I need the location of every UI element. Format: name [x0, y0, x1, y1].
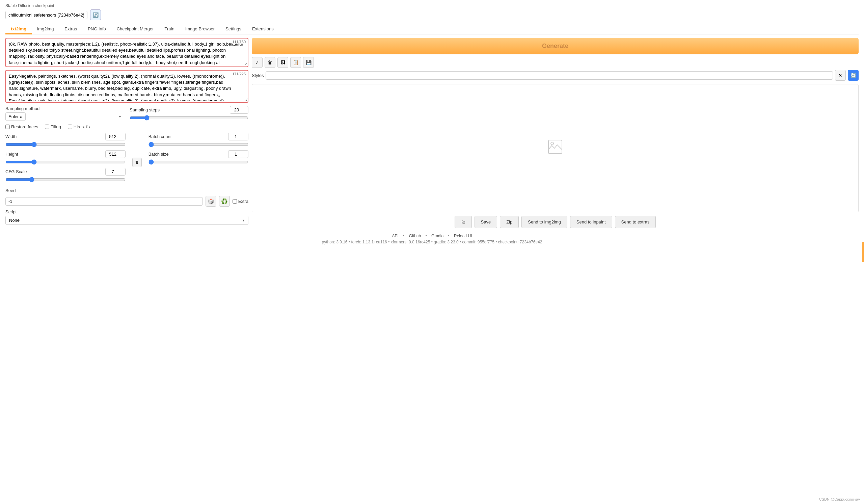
- sampling-steps-input[interactable]: [230, 106, 248, 114]
- width-label: Width: [5, 134, 16, 139]
- tiling-checkbox[interactable]: Tiling: [45, 124, 61, 129]
- save-disk-button[interactable]: 💾: [303, 57, 314, 68]
- checkpoint-select-wrapper: chilloutmixni.safetensors [7234b76e42]: [5, 11, 87, 19]
- height-input[interactable]: [105, 150, 125, 158]
- height-label-row: Height: [5, 150, 125, 158]
- seed-input[interactable]: [5, 197, 203, 206]
- batch-count-input[interactable]: [228, 133, 248, 141]
- sampling-select-wrapper: Euler a: [5, 112, 124, 121]
- image-edit-button[interactable]: 🖼: [277, 57, 288, 68]
- sampling-steps-slider[interactable]: [130, 115, 248, 121]
- batch-size-label-row: Batch size: [148, 150, 248, 158]
- tab-image-browser[interactable]: Image Browser: [180, 24, 220, 34]
- batch-size-input[interactable]: [228, 150, 248, 158]
- negative-prompt-area: 171/225: [5, 70, 248, 103]
- width-input[interactable]: [105, 133, 125, 141]
- height-label: Height: [5, 152, 18, 157]
- seed-recycle-button[interactable]: ♻️: [219, 196, 230, 207]
- tab-checkpoint-merger[interactable]: Checkpoint Merger: [111, 24, 159, 34]
- generate-button[interactable]: Generate: [252, 38, 859, 55]
- batch-col: Batch count Batch size: [148, 133, 248, 185]
- seed-input-row: 🎲 ♻️ Extra: [5, 196, 248, 207]
- restore-faces-checkbox[interactable]: Restore faces: [5, 124, 38, 129]
- seed-label: Seed: [5, 188, 15, 193]
- main-layout: 111/150 171/225 Sampling method Euler a: [5, 38, 859, 228]
- styles-label: Styles: [252, 73, 264, 78]
- tab-train[interactable]: Train: [159, 24, 180, 34]
- batch-count-label-row: Batch count: [148, 133, 248, 141]
- cfg-slider[interactable]: [5, 177, 125, 182]
- check-button[interactable]: ✓: [252, 57, 263, 68]
- checkpoint-row: chilloutmixni.safetensors [7234b76e42] 🔄: [5, 10, 859, 20]
- dimensions-col: Width Height C: [5, 133, 125, 185]
- script-select-wrapper: None: [5, 216, 248, 225]
- right-panel: Generate ✓ 🗑 🖼 📋 💾 Styles ✕ 🔄: [252, 38, 859, 228]
- tab-extensions[interactable]: Extensions: [247, 24, 279, 34]
- seed-dice-button[interactable]: 🎲: [205, 196, 216, 207]
- swap-dimensions-button[interactable]: ⇅: [132, 158, 142, 167]
- cfg-label-row: CFG Scale: [5, 168, 125, 176]
- tab-settings[interactable]: Settings: [220, 24, 247, 34]
- cfg-label: CFG Scale: [5, 169, 27, 174]
- batch-size-label: Batch size: [148, 152, 169, 157]
- script-label: Script: [5, 209, 248, 214]
- trash-button[interactable]: 🗑: [265, 57, 275, 68]
- copy-button[interactable]: 📋: [290, 57, 301, 68]
- footer-links: API • Github • Gradio • Reload UI: [5, 233, 859, 238]
- batch-count-slider-row: [148, 142, 248, 148]
- width-slider[interactable]: [5, 142, 125, 147]
- script-row: Script None: [5, 209, 248, 225]
- send-to-inpaint-button[interactable]: Send to inpaint: [570, 216, 612, 228]
- app-container: Stable Diffusion checkpoint chilloutmixn…: [0, 0, 864, 504]
- positive-prompt-counter: 111/150: [232, 40, 246, 44]
- canvas-placeholder-icon: [547, 139, 563, 158]
- positive-prompt-area: 111/150: [5, 38, 248, 67]
- tab-img2img[interactable]: img2img: [32, 24, 59, 34]
- height-slider[interactable]: [5, 159, 125, 165]
- footer-api-link[interactable]: API: [392, 233, 399, 238]
- batch-size-slider[interactable]: [148, 159, 248, 165]
- checkboxes-row: Restore faces Tiling Hires. fix: [5, 124, 248, 129]
- hires-fix-checkbox[interactable]: Hires. fix: [68, 124, 91, 129]
- svg-point-1: [551, 142, 553, 145]
- styles-row: Styles ✕ 🔄: [252, 70, 859, 81]
- footer-reload-link[interactable]: Reload UI: [454, 233, 472, 238]
- cfg-input[interactable]: [105, 168, 125, 176]
- output-buttons: 🗂 Save Zip Send to img2img Send to inpai…: [252, 216, 859, 228]
- refresh-checkpoint-button[interactable]: 🔄: [90, 10, 101, 20]
- checkpoint-select[interactable]: chilloutmixni.safetensors [7234b76e42]: [5, 11, 87, 19]
- tab-png-info[interactable]: PNG Info: [82, 24, 111, 34]
- negative-prompt-input[interactable]: [6, 71, 248, 101]
- script-select[interactable]: None: [5, 216, 248, 225]
- batch-count-slider[interactable]: [148, 142, 248, 147]
- sampling-method-col: Sampling method Euler a: [5, 106, 124, 121]
- checkpoint-label: Stable Diffusion checkpoint: [5, 3, 859, 8]
- sampling-method-select[interactable]: Euler a: [5, 112, 26, 121]
- zip-button[interactable]: Zip: [500, 216, 519, 228]
- open-folder-button[interactable]: 🗂: [455, 216, 472, 228]
- height-slider-row: [5, 159, 125, 166]
- footer-gradio-link[interactable]: Gradio: [431, 233, 443, 238]
- styles-apply-button[interactable]: 🔄: [848, 70, 859, 81]
- seed-row: Seed: [5, 188, 248, 193]
- toolbar-row: ✓ 🗑 🖼 📋 💾: [252, 57, 859, 68]
- extra-checkbox[interactable]: Extra: [232, 199, 248, 204]
- watermark: CSDN @Cappuccino-jav: [819, 497, 860, 501]
- footer-github-link[interactable]: Github: [409, 233, 421, 238]
- footer: API • Github • Gradio • Reload UI python…: [5, 228, 859, 247]
- tabs-bar: txt2img img2img Extras PNG Info Checkpoi…: [5, 24, 859, 34]
- save-button[interactable]: Save: [475, 216, 497, 228]
- sampling-steps-col: Sampling steps: [130, 106, 248, 121]
- send-to-img2img-button[interactable]: Send to img2img: [521, 216, 567, 228]
- tab-extras[interactable]: Extras: [59, 24, 82, 34]
- tab-txt2img[interactable]: txt2img: [5, 24, 32, 34]
- cfg-slider-row: [5, 177, 125, 183]
- footer-meta: python: 3.9.16 • torch: 1.13.1+cu116 • x…: [5, 240, 859, 244]
- sampling-method-label: Sampling method: [5, 106, 124, 111]
- positive-prompt-input[interactable]: [6, 38, 248, 65]
- styles-input[interactable]: [266, 71, 833, 80]
- styles-clear-button[interactable]: ✕: [835, 70, 846, 81]
- image-canvas: [252, 84, 859, 212]
- scroll-indicator[interactable]: [862, 242, 864, 262]
- send-to-extras-button[interactable]: Send to extras: [615, 216, 656, 228]
